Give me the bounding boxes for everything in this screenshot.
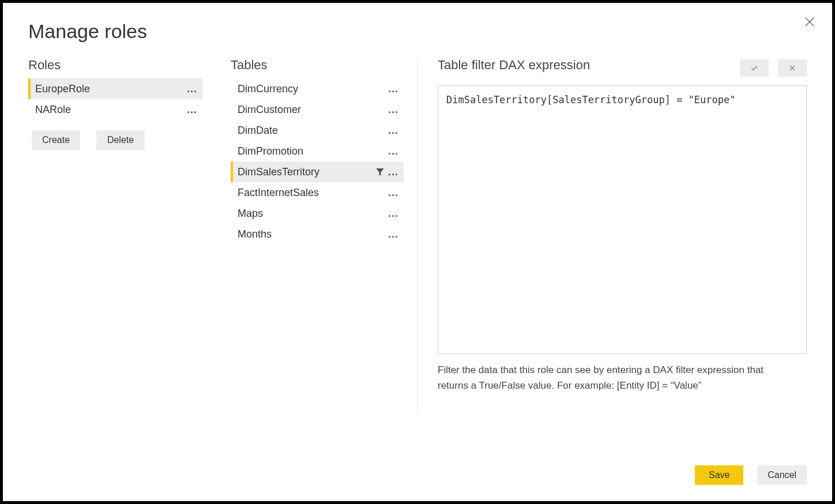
- roles-list: EuropeRole ... NARole ...: [28, 78, 202, 120]
- dax-hint-text: Filter the data that this role can see b…: [438, 362, 778, 393]
- ellipsis-icon[interactable]: ...: [185, 83, 199, 95]
- table-item-label: DimCurrency: [238, 83, 386, 95]
- ellipsis-icon[interactable]: ...: [386, 83, 400, 95]
- discard-expression-button[interactable]: [778, 59, 807, 77]
- table-item-label: DimDate: [238, 125, 386, 137]
- table-item-dimcurrency[interactable]: DimCurrency ...: [231, 78, 404, 99]
- save-button[interactable]: Save: [695, 465, 743, 485]
- role-item-label: EuropeRole: [35, 83, 185, 95]
- table-item-label: DimCustomer: [238, 104, 386, 116]
- table-item-maps[interactable]: Maps ...: [231, 203, 404, 224]
- dax-panel: Table filter DAX expression DimSalesTerr…: [418, 58, 807, 393]
- ellipsis-icon[interactable]: ...: [386, 145, 400, 157]
- ellipsis-icon[interactable]: ...: [386, 187, 400, 199]
- create-button[interactable]: Create: [32, 130, 80, 150]
- dax-expression-editor[interactable]: DimSalesTerritory[SalesTerritoryGroup] =…: [438, 85, 807, 354]
- tables-panel: Tables DimCurrency ... DimCustomer ... D…: [216, 58, 418, 415]
- roles-panel: Roles EuropeRole ... NARole ... Create D…: [28, 58, 216, 150]
- role-item-label: NARole: [35, 104, 185, 116]
- cancel-button[interactable]: Cancel: [757, 465, 807, 485]
- ellipsis-icon[interactable]: ...: [386, 104, 400, 116]
- table-item-dimdate[interactable]: DimDate ...: [231, 120, 404, 141]
- ellipsis-icon[interactable]: ...: [386, 208, 400, 220]
- ellipsis-icon[interactable]: ...: [386, 228, 400, 240]
- ellipsis-icon[interactable]: ...: [386, 125, 400, 137]
- close-icon[interactable]: [803, 16, 816, 28]
- roles-header: Roles: [28, 58, 202, 73]
- tables-list: DimCurrency ... DimCustomer ... DimDate …: [231, 78, 404, 245]
- filter-icon: [375, 167, 385, 177]
- table-item-label: DimSalesTerritory: [238, 166, 375, 178]
- role-item-europerole[interactable]: EuropeRole ...: [28, 78, 202, 99]
- ellipsis-icon[interactable]: ...: [185, 104, 199, 116]
- role-item-narole[interactable]: NARole ...: [28, 99, 202, 120]
- table-item-factinternetsales[interactable]: FactInternetSales ...: [231, 182, 404, 203]
- dax-header: Table filter DAX expression: [438, 58, 590, 73]
- table-item-label: Months: [238, 228, 386, 240]
- delete-button[interactable]: Delete: [96, 130, 145, 150]
- dialog-title: Manage roles: [28, 20, 807, 43]
- table-item-label: DimPromotion: [238, 145, 386, 157]
- accept-expression-button[interactable]: [740, 59, 769, 77]
- table-item-label: Maps: [238, 208, 386, 220]
- table-item-months[interactable]: Months ...: [231, 224, 404, 245]
- tables-header: Tables: [231, 58, 404, 73]
- table-item-label: FactInternetSales: [238, 187, 386, 199]
- table-item-dimsalesterritory[interactable]: DimSalesTerritory ...: [231, 161, 404, 182]
- table-item-dimpromotion[interactable]: DimPromotion ...: [231, 141, 404, 161]
- manage-roles-dialog: Manage roles Roles EuropeRole ... NARole…: [0, 0, 835, 504]
- table-item-dimcustomer[interactable]: DimCustomer ...: [231, 99, 404, 120]
- ellipsis-icon[interactable]: ...: [386, 166, 400, 178]
